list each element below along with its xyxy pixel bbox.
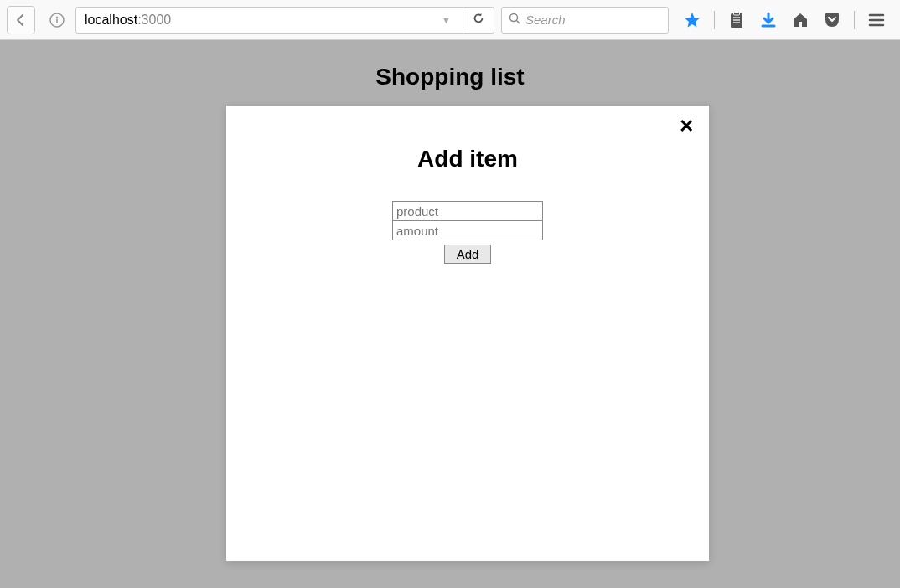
url-dropdown-icon[interactable]: ▼: [442, 15, 451, 25]
url-text: localhost:3000: [81, 13, 442, 28]
address-bar[interactable]: localhost:3000 ▼: [75, 7, 494, 34]
search-icon: [509, 13, 520, 28]
svg-rect-6: [734, 12, 740, 15]
page-title: Shopping list: [375, 64, 524, 90]
divider: [854, 11, 855, 29]
downloads-icon[interactable]: [758, 10, 778, 30]
hamburger-menu-icon[interactable]: [866, 10, 887, 30]
browser-toolbar: localhost:3000 ▼ Search: [0, 0, 900, 40]
svg-line-4: [517, 20, 520, 23]
search-bar[interactable]: Search: [501, 7, 669, 34]
divider: [463, 12, 463, 28]
add-item-modal: ✕ Add item Add: [226, 106, 709, 561]
reload-button[interactable]: [468, 12, 489, 28]
bookmark-star-icon[interactable]: [682, 10, 702, 30]
clipboard-icon[interactable]: [727, 10, 747, 30]
product-input[interactable]: [392, 201, 543, 221]
toolbar-icons: [682, 10, 887, 30]
add-button[interactable]: Add: [444, 245, 492, 264]
modal-title: Add item: [226, 146, 709, 173]
search-placeholder: Search: [525, 13, 566, 27]
back-button[interactable]: [7, 6, 35, 34]
amount-input[interactable]: [392, 220, 543, 240]
svg-point-3: [510, 13, 518, 21]
back-arrow-icon: [14, 13, 28, 27]
home-icon[interactable]: [790, 10, 810, 30]
divider: [714, 11, 715, 29]
pocket-icon[interactable]: [822, 10, 842, 30]
close-button[interactable]: ✕: [679, 117, 694, 136]
page-content: Shopping list ✕ Add item Add: [0, 40, 900, 588]
svg-point-1: [56, 16, 58, 18]
add-item-form: Add: [226, 201, 709, 264]
site-info-icon[interactable]: [45, 8, 69, 32]
svg-rect-2: [56, 18, 58, 23]
